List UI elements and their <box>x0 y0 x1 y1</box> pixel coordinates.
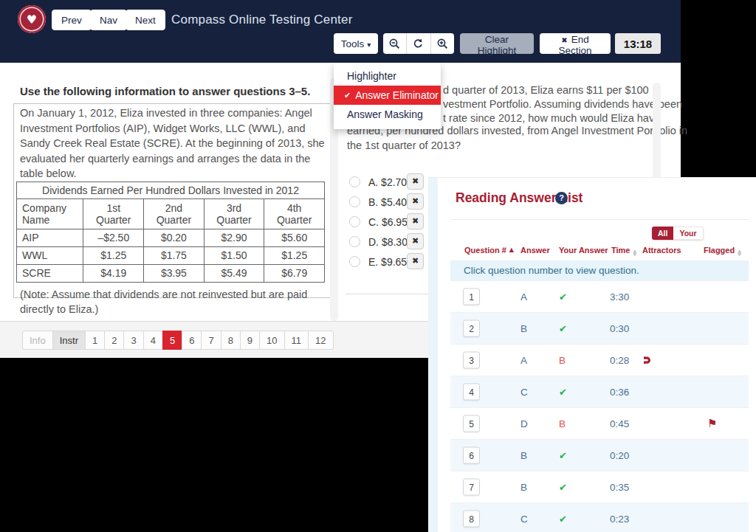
column-header: 3rd Quarter <box>204 198 264 229</box>
column-header: 4th Quarter <box>264 198 325 229</box>
option-label: A. $2.70 <box>368 176 407 188</box>
sort-arrows-icon: ▲▼ <box>633 249 636 256</box>
answer-list-row: 4 C ✔ 0:36 ⚑ <box>450 376 749 407</box>
divider <box>450 219 749 220</box>
question-number-button[interactable]: 1 <box>463 289 480 305</box>
question-text-line: d quarter of 2013, Eliza earns $11 per $… <box>443 84 649 96</box>
eliminate-x-icon[interactable]: ✖ <box>407 173 424 190</box>
info-row: Click question number to view question. <box>450 260 749 280</box>
question-text-line: vestment Portfolio. Assuming dividends h… <box>443 98 682 110</box>
qnav-button-4[interactable]: 4 <box>143 331 163 350</box>
column-flagged[interactable]: Flagged▲▼ <box>704 246 741 256</box>
panel-edge-strip <box>428 178 438 532</box>
question-number-button[interactable]: 5 <box>463 415 480 432</box>
filter-all-button[interactable]: All <box>652 227 673 240</box>
prev-button[interactable]: Prev <box>52 10 92 30</box>
radio-button[interactable] <box>349 196 360 207</box>
dividends-table: Dividends Earned Per Hundred Dollars Inv… <box>16 182 325 283</box>
qnav-button-6[interactable]: 6 <box>182 331 202 350</box>
answer-cell: B <box>520 450 527 461</box>
your-answer-cell: B <box>559 355 566 366</box>
time-cell: 0:45 <box>610 418 629 429</box>
option-label: D. $8.30 <box>368 236 408 248</box>
qnav-button-1[interactable]: 1 <box>85 331 105 350</box>
menu-item-answer-masking[interactable]: ✔ Answer Masking <box>334 105 441 124</box>
time-cell: 0:20 <box>610 450 629 461</box>
question-number-button[interactable]: 8 <box>463 511 480 528</box>
time-cell: 3:30 <box>610 291 629 303</box>
qnav-button-10[interactable]: 10 <box>259 331 284 350</box>
tools-dropdown-menu: ✔ Highlighter ✔ Answer Eliminator ✔ Answ… <box>334 63 441 129</box>
question-mark-icon[interactable]: ? <box>555 192 568 204</box>
answer-list-row: 1 A ✔ 3:30 ⚑ <box>450 280 749 312</box>
filter-toggle: All Your <box>652 227 704 240</box>
check-icon: ✔ <box>559 387 567 398</box>
zoom-button-group <box>383 33 454 54</box>
column-header: 1st Quarter <box>83 198 144 229</box>
eliminate-x-icon[interactable]: ✖ <box>407 253 424 269</box>
qnav-button-3[interactable]: 3 <box>123 331 143 350</box>
stimulus-heading: Use the following information to answer … <box>20 85 310 97</box>
eliminate-x-icon[interactable]: ✖ <box>407 213 424 229</box>
column-time[interactable]: Time▲▼ <box>611 246 636 256</box>
caret-down-icon: ▾ <box>367 41 371 49</box>
filter-your-button[interactable]: Your <box>673 227 703 240</box>
menu-item-label: Answer Masking <box>347 108 423 120</box>
option-label: C. $6.95 <box>368 216 408 228</box>
question-number-button[interactable]: 4 <box>463 384 480 401</box>
end-section-button[interactable]: ✖End Section <box>540 33 611 54</box>
column-question-number[interactable]: Question #▲ <box>464 246 514 255</box>
magnet-icon <box>642 355 653 365</box>
zoom-in-button[interactable] <box>430 33 454 54</box>
stimulus-box: On January 1, 2012, Eliza invested in th… <box>13 103 331 298</box>
right-panel-divider <box>346 294 428 294</box>
clear-highlight-button[interactable]: Clear Highlight <box>460 33 534 54</box>
question-number-button[interactable]: 6 <box>463 447 480 464</box>
refresh-icon <box>412 38 425 50</box>
qnav-button-info[interactable]: Info <box>22 331 53 350</box>
check-icon: ✔ <box>559 291 567 303</box>
qnav-button-12[interactable]: 12 <box>308 331 333 350</box>
nav-button[interactable]: Nav <box>90 10 127 30</box>
question-number-button[interactable]: 3 <box>463 352 480 369</box>
answer-cell: B <box>520 323 527 334</box>
answer-list-row: 8 C ✔ 0:23 ⚑ <box>450 502 749 532</box>
menu-item-highlighter[interactable]: ✔ Highlighter <box>334 66 441 86</box>
time-cell: 0:23 <box>610 514 629 525</box>
table-row: SCRE$4.19 $3.95$5.49 $6.79 <box>17 264 325 282</box>
column-header: 2nd Quarter <box>144 198 205 229</box>
answer-list-row: 6 B ✔ 0:20 ⚑ <box>450 439 749 471</box>
next-button[interactable]: Next <box>126 10 165 30</box>
tools-button[interactable]: Tools▾ <box>334 33 378 54</box>
radio-button[interactable] <box>349 236 360 247</box>
radio-button[interactable] <box>349 176 360 187</box>
qnav-button-instr[interactable]: Instr <box>52 331 86 350</box>
your-answer-cell: B <box>559 418 566 429</box>
qnav-button-2[interactable]: 2 <box>104 331 124 350</box>
radio-button[interactable] <box>349 256 360 267</box>
qnav-button-7[interactable]: 7 <box>201 331 221 350</box>
time-cell: 0:28 <box>610 355 629 366</box>
question-number-button[interactable]: 2 <box>463 320 480 337</box>
radio-button[interactable] <box>349 216 360 227</box>
column-your-answer: Your Answer <box>559 246 608 255</box>
answer-cell: A <box>520 355 527 366</box>
answer-list-row: 2 B ✔ 0:30 ⚑ <box>450 312 749 344</box>
qnav-button-9[interactable]: 9 <box>240 331 260 350</box>
answer-cell: A <box>520 291 527 303</box>
app-header: ♥ Prev Nav Next Compass Online Testing C… <box>0 0 681 63</box>
menu-item-answer-eliminator[interactable]: ✔ Answer Eliminator <box>334 86 441 105</box>
qnav-button-5[interactable]: 5 <box>162 331 182 350</box>
refresh-button[interactable] <box>406 33 430 54</box>
time-cell: 0:35 <box>610 482 629 493</box>
qnav-button-11[interactable]: 11 <box>284 331 309 350</box>
column-attractors: Attractors <box>642 246 681 255</box>
eliminate-x-icon[interactable]: ✖ <box>407 233 424 249</box>
answer-list-header-row: Question #▲ Answer Your Answer Time▲▼ At… <box>450 246 749 258</box>
question-number-button[interactable]: 7 <box>463 479 480 496</box>
zoom-out-button[interactable] <box>383 33 406 54</box>
qnav-button-8[interactable]: 8 <box>221 331 241 350</box>
answer-list-row: 7 B ✔ 0:35 ⚑ <box>450 471 749 502</box>
heart-logo-icon: ♥ <box>18 5 46 33</box>
eliminate-x-icon[interactable]: ✖ <box>407 193 424 210</box>
